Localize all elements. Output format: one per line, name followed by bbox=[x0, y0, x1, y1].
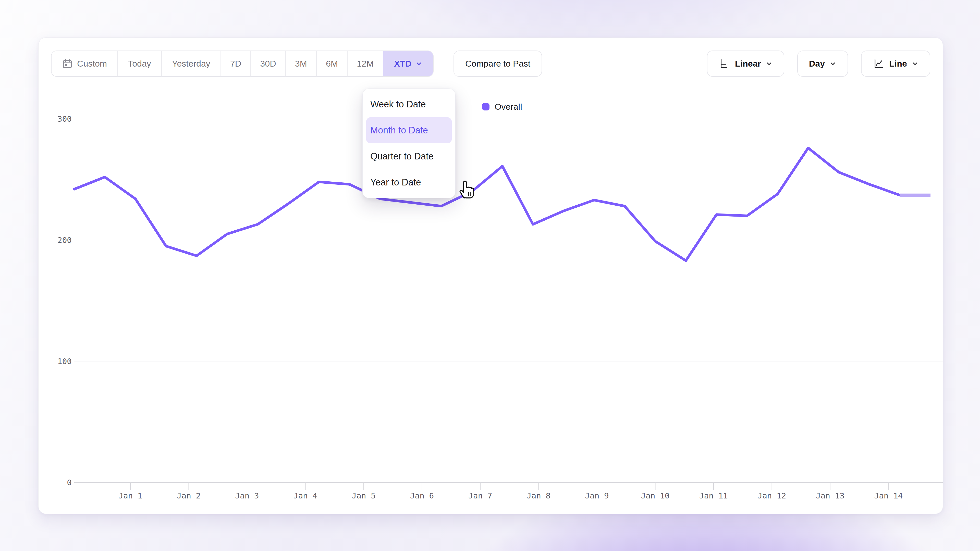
analytics-card: 0100200300Jan 1Jan 2Jan 3Jan 4Jan 5Jan 6… bbox=[38, 38, 943, 514]
series-line-overall bbox=[74, 148, 900, 261]
x-tick-label: Jan 3 bbox=[235, 491, 259, 500]
chart-legend: Overall bbox=[482, 102, 522, 112]
legend-label: Overall bbox=[495, 102, 522, 112]
x-tick-label: Jan 2 bbox=[177, 491, 200, 500]
x-tick-label: Jan 6 bbox=[410, 491, 434, 500]
y-tick-label: 100 bbox=[57, 357, 72, 366]
menu-item-month-to-date[interactable]: Month to Date bbox=[366, 118, 452, 143]
x-tick-label: Jan 9 bbox=[585, 491, 609, 500]
date-range-dropdown-menu: Week to Date Month to Date Quarter to Da… bbox=[363, 89, 455, 198]
y-tick-label: 200 bbox=[57, 235, 72, 245]
x-tick-label: Jan 7 bbox=[468, 491, 492, 500]
legend-swatch-overall bbox=[482, 103, 490, 110]
y-tick-label: 300 bbox=[57, 114, 72, 124]
x-tick-label: Jan 11 bbox=[699, 491, 728, 500]
y-tick-label: 0 bbox=[67, 478, 72, 487]
x-tick-label: Jan 10 bbox=[641, 491, 670, 500]
x-tick-label: Jan 8 bbox=[527, 491, 550, 500]
menu-item-quarter-to-date[interactable]: Quarter to Date bbox=[363, 143, 455, 169]
x-tick-label: Jan 12 bbox=[758, 491, 786, 500]
x-tick-label: Jan 13 bbox=[816, 491, 845, 500]
x-tick-label: Jan 1 bbox=[118, 491, 142, 500]
x-tick-label: Jan 14 bbox=[874, 491, 903, 500]
menu-item-year-to-date[interactable]: Year to Date bbox=[363, 169, 455, 195]
menu-item-week-to-date[interactable]: Week to Date bbox=[363, 91, 455, 118]
x-tick-label: Jan 5 bbox=[352, 491, 375, 500]
x-tick-label: Jan 4 bbox=[293, 491, 317, 500]
page-background: { "toolbar": { "ranges": ["Custom", "Tod… bbox=[0, 0, 980, 551]
